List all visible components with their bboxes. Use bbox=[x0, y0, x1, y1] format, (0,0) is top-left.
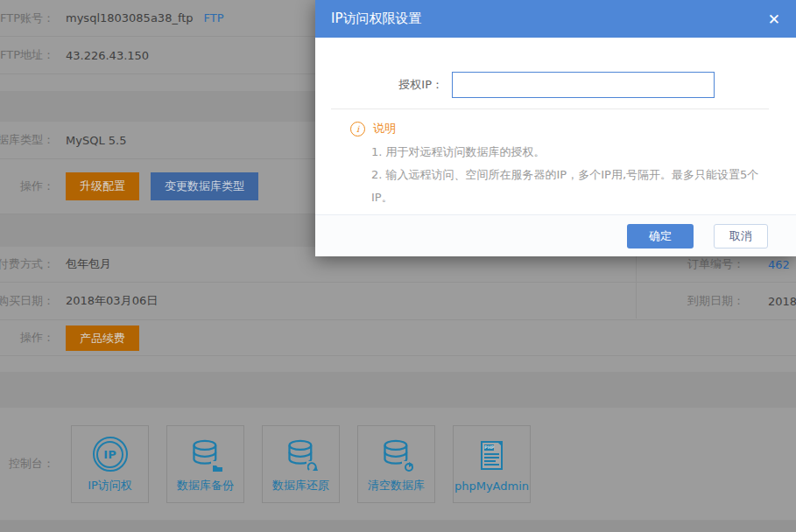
authorized-ip-input[interactable] bbox=[452, 72, 715, 98]
note-list: 1. 用于对远程访问数据库的授权。 2. 输入远程访问、空间所在服务器的IP，多… bbox=[371, 141, 778, 209]
close-icon[interactable]: ✕ bbox=[764, 0, 785, 38]
db-type-value: MySQL 5.5 bbox=[66, 134, 126, 147]
dialog-footer: 确定 取消 bbox=[315, 214, 796, 256]
renew-ops-label: 操作： bbox=[20, 330, 54, 346]
database-backup-icon bbox=[190, 434, 222, 474]
change-db-type-button[interactable]: 变更数据库类型 bbox=[151, 172, 258, 200]
tile-label: 清空数据库 bbox=[368, 478, 425, 494]
ip-access-icon: IP bbox=[93, 434, 128, 474]
authorized-ip-label: 授权IP： bbox=[315, 72, 452, 98]
console-row: 控制台： IP IP访问权 bbox=[0, 408, 796, 520]
section-billing: 付费方式： 包年包月 订单编号： 462 购买日期： 2018年03月06日 到… bbox=[0, 247, 796, 372]
note-item: 2. 输入远程访问、空间所在服务器的IP，多个IP用,号隔开。最多只能设置5个I… bbox=[371, 164, 778, 209]
note-title: 说明 bbox=[373, 121, 396, 136]
expire-date-label: 到期日期： bbox=[687, 293, 744, 309]
pay-method-label: 付费方式： bbox=[0, 256, 54, 272]
tile-ip-access[interactable]: IP IP访问权 bbox=[71, 425, 149, 503]
ip-access-settings-dialog: IP访问权限设置 ✕ 授权IP： i 说明 1. 用于对远程访问数据库的授权。 … bbox=[315, 0, 796, 256]
tile-phpmyadmin[interactable]: PHP phpMyAdmin bbox=[453, 425, 531, 503]
phpmyadmin-icon: PHP bbox=[481, 436, 503, 476]
buy-date-label: 购买日期： bbox=[0, 293, 54, 309]
dialog-divider bbox=[331, 108, 769, 109]
renew-product-button[interactable]: 产品续费 bbox=[66, 326, 139, 351]
pay-method-value: 包年包月 bbox=[66, 256, 111, 272]
ok-button[interactable]: 确定 bbox=[627, 224, 694, 248]
cancel-button[interactable]: 取消 bbox=[714, 224, 768, 248]
order-no-link[interactable]: 462 bbox=[768, 258, 790, 271]
database-clear-icon bbox=[381, 434, 412, 474]
upgrade-config-button[interactable]: 升级配置 bbox=[66, 172, 139, 200]
ftp-account-label: 数据库FTP账号： bbox=[0, 10, 54, 26]
order-no-label: 订单编号： bbox=[687, 256, 744, 272]
tile-label: 数据库备份 bbox=[177, 478, 234, 494]
buy-date-row: 购买日期： 2018年03月06日 到期日期： 2018 bbox=[0, 283, 796, 320]
console-tiles: IP IP访问权 bbox=[71, 425, 548, 503]
section-console: 控制台： IP IP访问权 bbox=[0, 408, 796, 520]
tile-db-clear[interactable]: 清空数据库 bbox=[357, 425, 435, 503]
tile-db-restore[interactable]: 数据库还原 bbox=[262, 425, 340, 503]
tile-label: phpMyAdmin bbox=[454, 480, 529, 493]
console-label: 控制台： bbox=[9, 456, 54, 472]
ftp-address-label: 数据库FTP地址： bbox=[0, 47, 54, 63]
ftp-account-value: mysql1803085a38_ftp bbox=[66, 11, 194, 24]
note-item: 1. 用于对远程访问数据库的授权。 bbox=[371, 141, 778, 164]
authorized-ip-row: 授权IP： bbox=[315, 72, 796, 98]
dialog-header: IP访问权限设置 ✕ bbox=[315, 0, 796, 38]
tile-label: IP访问权 bbox=[88, 478, 132, 494]
ftp-address-value: 43.226.43.150 bbox=[66, 49, 149, 62]
db-ops-label: 操作： bbox=[20, 178, 54, 194]
tile-label: 数据库还原 bbox=[272, 478, 329, 494]
db-type-label: 数据库类型： bbox=[0, 132, 54, 148]
note-header: i 说明 bbox=[350, 121, 796, 136]
ftp-link[interactable]: FTP bbox=[204, 11, 224, 24]
expire-date-value: 2018 bbox=[768, 295, 796, 308]
tile-db-backup[interactable]: 数据库备份 bbox=[166, 425, 244, 503]
info-icon: i bbox=[350, 122, 365, 136]
renew-ops-row: 操作： 产品续费 bbox=[0, 320, 796, 356]
buy-date-value: 2018年03月06日 bbox=[66, 293, 158, 309]
database-restore-icon bbox=[285, 434, 317, 474]
dialog-title: IP访问权限设置 bbox=[331, 10, 421, 27]
bottom-band bbox=[0, 521, 796, 532]
